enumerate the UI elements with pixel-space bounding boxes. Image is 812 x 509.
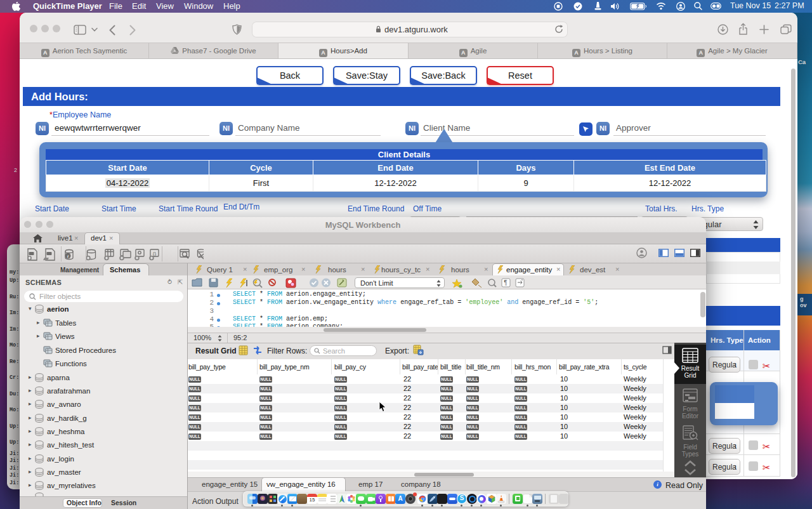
svg-text:¶: ¶: [504, 279, 507, 286]
svg-text:{}: {}: [153, 251, 157, 256]
svg-text:i: i: [67, 254, 69, 259]
